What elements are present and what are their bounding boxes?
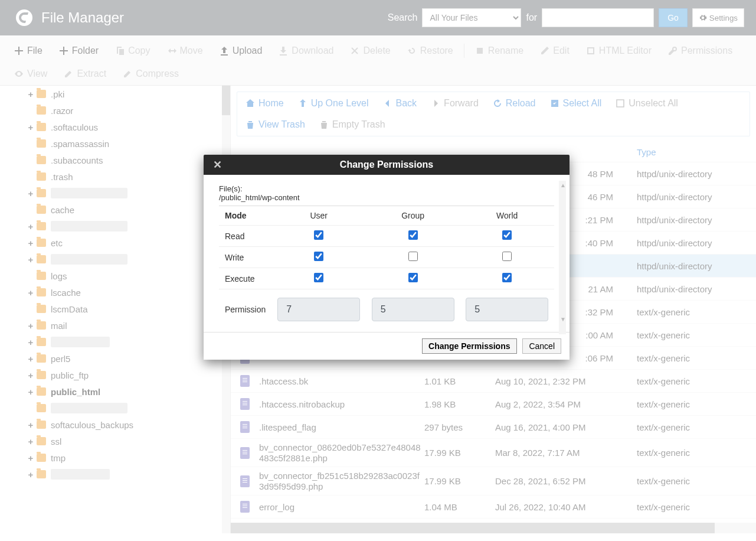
row-read-label: Read bbox=[219, 226, 271, 247]
scroll-up-icon[interactable]: ▲ bbox=[560, 182, 566, 188]
execute-user-checkbox[interactable] bbox=[314, 273, 323, 282]
header-mode: Mode bbox=[219, 206, 271, 226]
header-group: Group bbox=[366, 206, 460, 226]
cancel-button[interactable]: Cancel bbox=[522, 338, 561, 354]
dialog-title-bar: ✕ Change Permissions bbox=[204, 155, 570, 175]
write-user-checkbox[interactable] bbox=[314, 252, 323, 261]
scroll-down-icon[interactable]: ▼ bbox=[560, 316, 566, 322]
close-icon[interactable]: ✕ bbox=[213, 158, 222, 171]
dialog-title: Change Permissions bbox=[340, 159, 433, 170]
write-world-checkbox[interactable] bbox=[502, 252, 512, 261]
permission-group-input[interactable] bbox=[372, 298, 454, 321]
execute-group-checkbox[interactable] bbox=[408, 273, 418, 282]
permission-user-input[interactable] bbox=[277, 298, 360, 321]
change-permissions-button[interactable]: Change Permissions bbox=[422, 338, 517, 354]
write-group-checkbox[interactable] bbox=[408, 252, 418, 261]
permission-label: Permission bbox=[219, 289, 271, 327]
row-write-label: Write bbox=[219, 247, 271, 268]
files-label: File(s): bbox=[219, 184, 554, 193]
dialog-scrollbar[interactable] bbox=[559, 181, 566, 334]
permissions-table: Mode User Group World Read Write bbox=[219, 206, 554, 326]
header-user: User bbox=[271, 206, 366, 226]
execute-world-checkbox[interactable] bbox=[502, 273, 512, 282]
read-group-checkbox[interactable] bbox=[408, 230, 418, 240]
file-path: /public_html/wp-content bbox=[219, 193, 554, 202]
header-world: World bbox=[460, 206, 554, 226]
read-user-checkbox[interactable] bbox=[314, 230, 323, 240]
read-world-checkbox[interactable] bbox=[502, 230, 512, 240]
row-execute-label: Execute bbox=[219, 268, 271, 289]
change-permissions-dialog: ✕ Change Permissions File(s): /public_ht… bbox=[204, 155, 570, 360]
permission-world-input[interactable] bbox=[466, 298, 548, 321]
